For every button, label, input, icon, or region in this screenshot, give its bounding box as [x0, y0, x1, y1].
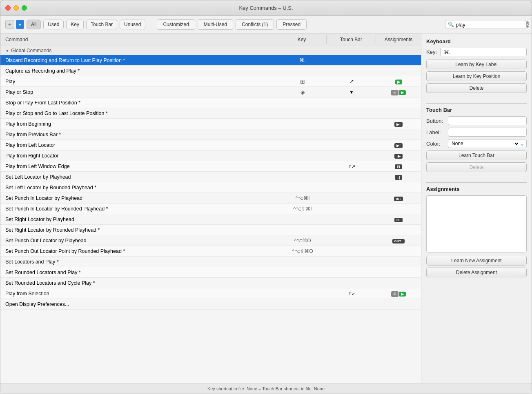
titlebar: Key Commands – U.S.	[0, 0, 532, 16]
row-command: Set Left Locator by Playhead	[0, 173, 278, 181]
button-input[interactable]	[448, 116, 527, 125]
row-assignments	[376, 250, 421, 252]
row-touchbar	[327, 133, 376, 136]
row-assignments	[376, 59, 421, 62]
col-header-command: Command	[0, 35, 277, 44]
table-row[interactable]: Set Punch In Locator by Rounded Playhead…	[0, 204, 421, 214]
table-row[interactable]: Play ⊞ ↗ ▶	[0, 76, 421, 87]
row-touchbar: ↗	[327, 77, 376, 86]
status-text: Key shortcut in file: None – Touch Bar s…	[207, 386, 325, 391]
search-input[interactable]	[456, 22, 524, 28]
minimize-button[interactable]	[13, 5, 19, 11]
table-row[interactable]: Play from Selection ⇧↙ ②▶	[0, 288, 421, 299]
table-row[interactable]: Set Punch In Locator by Playhead ^⌥⌘I IN…	[0, 193, 421, 204]
col-header-assignments: Assignments	[376, 35, 421, 44]
section-title: Global Commands	[11, 48, 51, 53]
search-clear-button[interactable]: ✕	[526, 21, 529, 28]
row-command: Play or Stop	[0, 88, 278, 96]
filter-used[interactable]: Used	[43, 20, 64, 29]
keyboard-section: Keyboard Key: ⌘. Learn by Key Label Lear…	[426, 38, 527, 95]
row-command: Set Right Locator by Playhead	[0, 215, 278, 224]
learn-touchbar-button[interactable]: Learn Touch Bar	[426, 151, 527, 160]
main-content: Command Key Touch Bar Assignments ▼ Glob…	[0, 33, 532, 383]
filter-conflicts[interactable]: Conflicts (1)	[236, 19, 274, 30]
table-row[interactable]: Set Right Locator by Playhead R↓	[0, 214, 421, 225]
row-command: Play from Left Locator	[0, 141, 278, 149]
row-command: Set Left Locator by Rounded Playhead *	[0, 184, 278, 192]
table-row[interactable]: Play or Stop and Go to Last Locate Posit…	[0, 108, 421, 119]
filter-all[interactable]: All	[27, 20, 41, 29]
row-touchbar	[327, 123, 376, 125]
keyboard-title: Keyboard	[426, 38, 527, 44]
filter-multi-used[interactable]: Multi-Used	[198, 19, 233, 30]
row-assignments	[376, 102, 421, 104]
row-assignments	[376, 261, 421, 263]
row-assignments: ④▶	[376, 88, 421, 97]
button-row: Button:	[426, 116, 527, 125]
table-row[interactable]: Set Right Locator by Rounded Playhead *	[0, 225, 421, 235]
row-key: ⊞	[278, 77, 327, 86]
table-row[interactable]: Play from Previous Bar *	[0, 129, 421, 140]
table-row[interactable]: Set Rounded Locators and Play *	[0, 267, 421, 278]
row-command: Set Punch Out Locator by Playhead	[0, 237, 278, 245]
filter-customized[interactable]: Customized	[157, 19, 195, 30]
row-command: Stop or Play From Last Position *	[0, 99, 278, 107]
table-row[interactable]: Play from Left Locator ▶|	[0, 140, 421, 151]
row-command: Play from Selection	[0, 290, 278, 298]
add-button[interactable]: +	[5, 20, 14, 29]
filter-touchbar[interactable]: Touch Bar	[86, 20, 117, 29]
learn-key-label-button[interactable]: Learn by Key Label	[426, 60, 527, 69]
left-panel: Command Key Touch Bar Assignments ▼ Glob…	[0, 33, 421, 383]
row-touchbar	[327, 176, 376, 178]
table-row[interactable]: Set Left Locator by Rounded Playhead *	[0, 182, 421, 193]
learn-key-position-button[interactable]: Learn by Key Position	[426, 71, 527, 81]
row-key	[278, 186, 327, 189]
row-touchbar: ⇧↗	[327, 162, 376, 170]
dropdown-button[interactable]: ▾	[16, 20, 24, 29]
learn-new-assignment-button[interactable]: Learn New Assignment	[426, 256, 527, 266]
delete-key-button[interactable]: Delete	[426, 83, 527, 93]
row-assignments	[376, 303, 421, 305]
table-row[interactable]: Set Left Locator by Playhead ↓|	[0, 172, 421, 182]
row-key: ^⌥⇧⌘I	[278, 205, 327, 213]
row-assignments	[376, 271, 421, 274]
label-input[interactable]	[448, 128, 527, 137]
window-title: Key Commands – U.S.	[239, 5, 293, 11]
row-assignments: R↓	[376, 215, 421, 224]
filter-key[interactable]: Key	[66, 20, 84, 29]
table-row[interactable]: Set Punch Out Locator Point by Rounded P…	[0, 246, 421, 257]
row-assignments: OUT↑	[376, 236, 421, 245]
table-row[interactable]: Discard Recording and Return to Last Pla…	[0, 55, 421, 66]
filter-unused[interactable]: Unused	[120, 20, 145, 29]
table-row[interactable]: Play from Beginning ▶|	[0, 119, 421, 129]
table-row[interactable]: Set Rounded Locators and Cycle Play *	[0, 278, 421, 288]
row-assignments: ↓|	[376, 173, 421, 181]
toolbar-left: + ▾	[5, 20, 24, 29]
row-command: Set Punch Out Locator Point by Rounded P…	[0, 247, 278, 255]
maximize-button[interactable]	[22, 5, 27, 11]
row-key	[278, 112, 327, 115]
row-touchbar	[327, 271, 376, 274]
delete-assignment-button[interactable]: Delete Assignment	[426, 268, 527, 277]
label-row: Label:	[426, 128, 527, 137]
row-touchbar	[327, 112, 376, 115]
row-key	[278, 271, 327, 274]
delete-touchbar-button[interactable]: Delete	[426, 162, 527, 172]
row-command: Set Right Locator by Rounded Playhead *	[0, 226, 278, 234]
color-select[interactable]: None	[450, 140, 520, 147]
row-touchbar	[327, 229, 376, 231]
table-row[interactable]: Capture as Recording and Play *	[0, 66, 421, 76]
table-row[interactable]: Set Punch Out Locator by Playhead ^⌥⌘O O…	[0, 235, 421, 246]
table-row[interactable]: Play or Stop ◈ ▼ ④▶	[0, 87, 421, 97]
filter-pressed[interactable]: Pressed	[276, 19, 307, 30]
row-touchbar	[327, 303, 376, 305]
table-row[interactable]: Stop or Play From Last Position *	[0, 97, 421, 108]
table-row[interactable]: Set Locators and Play *	[0, 257, 421, 267]
close-button[interactable]	[5, 5, 11, 11]
row-touchbar	[327, 250, 376, 252]
table-row[interactable]: Play from Left Window Edge ⇧↗ ⊡	[0, 161, 421, 172]
row-assignments	[376, 282, 421, 284]
table-row[interactable]: Play from Right Locator |▶	[0, 151, 421, 161]
table-row[interactable]: Open Display Preferences...	[0, 299, 421, 310]
table-body: ▼ Global Commands Discard Recording and …	[0, 46, 421, 383]
